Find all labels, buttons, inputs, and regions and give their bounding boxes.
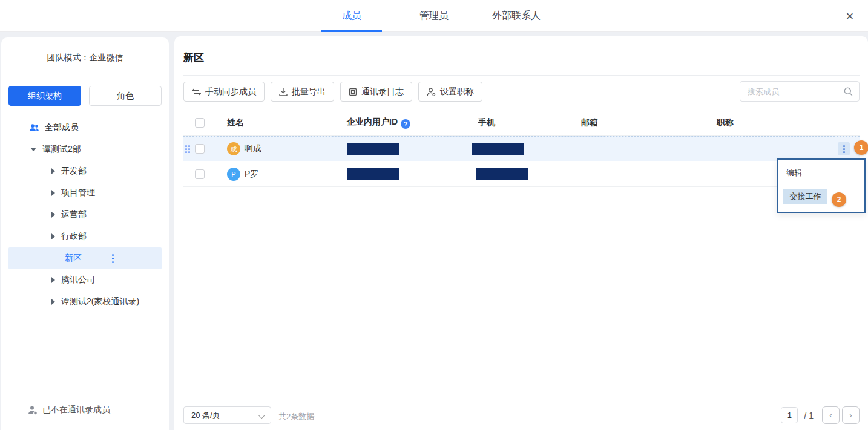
member-name: 啊成 bbox=[245, 143, 261, 154]
drag-handle-icon[interactable] bbox=[185, 145, 190, 153]
roles-button[interactable]: 角色 bbox=[89, 86, 162, 106]
close-icon[interactable]: × bbox=[841, 8, 858, 25]
tree-item-label: 运营部 bbox=[61, 209, 87, 220]
tree-item-dept-root[interactable]: 谭测试2部 bbox=[1, 138, 169, 160]
tree-item-label: 全部成员 bbox=[45, 122, 79, 133]
redacted-user-id bbox=[347, 143, 399, 155]
org-structure-button[interactable]: 组织架构 bbox=[8, 86, 81, 106]
person-removed-icon bbox=[28, 406, 38, 415]
member-management-screen: 成员 管理员 外部联系人 × 团队模式：企业微信 组织架构 角色 全部成员 谭测… bbox=[0, 0, 868, 430]
prev-page-button[interactable]: ‹ bbox=[822, 406, 840, 424]
tree-item-label: 开发部 bbox=[61, 166, 87, 177]
pager: / 1 ‹ › bbox=[781, 406, 860, 424]
search-box bbox=[740, 81, 860, 102]
tree-item-label: 项目管理 bbox=[61, 187, 95, 198]
tree-item-label: 谭测试2部 bbox=[42, 144, 81, 155]
set-job-title-button[interactable]: 设置职称 bbox=[418, 82, 482, 102]
search-input[interactable] bbox=[748, 82, 838, 101]
chevron-right-icon[interactable] bbox=[51, 168, 55, 174]
redacted-phone bbox=[472, 143, 524, 155]
chevron-right-icon[interactable] bbox=[51, 190, 55, 196]
top-tab-bar: 成员 管理员 外部联系人 × bbox=[0, 0, 868, 32]
tree-item-tencent[interactable]: 腾讯公司 bbox=[1, 269, 169, 291]
person-settings-icon bbox=[427, 88, 436, 96]
tree-item-dev-dept[interactable]: 开发部 bbox=[1, 160, 169, 182]
page-number-input[interactable] bbox=[781, 407, 798, 423]
tab-admins[interactable]: 管理员 bbox=[393, 0, 475, 32]
chevron-right-icon[interactable] bbox=[51, 277, 55, 283]
team-mode-label: 团队模式：企业微信 bbox=[1, 37, 169, 64]
tree-item-label: 新区 bbox=[65, 253, 82, 264]
select-all-checkbox[interactable] bbox=[195, 118, 205, 128]
next-page-button[interactable]: › bbox=[842, 406, 860, 424]
tab-members[interactable]: 成员 bbox=[311, 0, 393, 32]
tree-item-label: 腾讯公司 bbox=[61, 275, 95, 285]
column-header-jobtitle: 职称 bbox=[717, 117, 830, 128]
row-checkbox[interactable] bbox=[195, 169, 205, 179]
row-context-menu: 编辑 交接工作 bbox=[777, 158, 866, 213]
redacted-phone bbox=[476, 168, 528, 180]
log-document-icon bbox=[349, 88, 357, 96]
menu-item-edit[interactable]: 编辑 bbox=[778, 160, 864, 178]
table-header-row: 姓名 企业内用户ID? 手机 邮箱 职称 bbox=[183, 109, 860, 136]
search-icon[interactable] bbox=[844, 87, 853, 96]
table-row[interactable]: 成 啊成 bbox=[183, 136, 860, 161]
manual-sync-button[interactable]: 手动同步成员 bbox=[183, 82, 265, 102]
redacted-user-id bbox=[347, 168, 399, 180]
help-icon[interactable]: ? bbox=[401, 119, 410, 129]
row-actions-menu-icon[interactable] bbox=[838, 142, 850, 155]
batch-export-button[interactable]: 批量导出 bbox=[271, 82, 334, 102]
chevron-right-icon[interactable] bbox=[51, 212, 55, 218]
tree-item-new-district[interactable]: 新区 bbox=[8, 247, 162, 269]
column-header-userid: 企业内用户ID? bbox=[347, 117, 478, 129]
tab-external-contacts[interactable]: 外部联系人 bbox=[475, 0, 557, 32]
column-header-email: 邮箱 bbox=[581, 117, 717, 128]
tree-item-project-mgmt[interactable]: 项目管理 bbox=[1, 182, 169, 204]
contacts-log-button[interactable]: 通讯录日志 bbox=[340, 82, 412, 102]
sync-arrows-icon bbox=[192, 88, 201, 96]
total-count-label: 共2条数据 bbox=[278, 411, 314, 422]
title-divider bbox=[183, 75, 860, 76]
members-icon bbox=[29, 123, 39, 132]
menu-item-handover[interactable]: 交接工作 bbox=[783, 189, 827, 204]
tree-item-ops-dept[interactable]: 运营部 bbox=[1, 204, 169, 226]
org-tree: 全部成员 谭测试2部 开发部 项目管理 运营部 行政部 bbox=[1, 117, 169, 313]
download-icon bbox=[279, 88, 288, 96]
avatar: P bbox=[227, 168, 240, 181]
tree-item-all-members[interactable]: 全部成员 bbox=[1, 117, 169, 138]
removed-members-label: 已不在通讯录成员 bbox=[42, 405, 110, 415]
chevron-down-icon[interactable] bbox=[30, 148, 36, 151]
chevron-down-icon bbox=[258, 412, 265, 419]
removed-members-link[interactable]: 已不在通讯录成员 bbox=[1, 405, 169, 415]
avatar: 成 bbox=[227, 142, 240, 155]
chevron-right-icon[interactable] bbox=[51, 299, 55, 305]
sidebar: 团队模式：企业微信 组织架构 角色 全部成员 谭测试2部 开发部 项目管理 bbox=[1, 37, 169, 430]
member-name: P罗 bbox=[245, 169, 258, 180]
column-header-name: 姓名 bbox=[227, 117, 347, 128]
page-size-select[interactable]: 20 条/页 bbox=[183, 406, 271, 424]
tree-item-label: 谭测试2(家校通讯录) bbox=[61, 296, 139, 307]
tree-item-label: 行政部 bbox=[61, 231, 87, 242]
chevron-right-icon[interactable] bbox=[51, 233, 55, 239]
page-title: 新区 bbox=[183, 51, 204, 65]
table-row[interactable]: P P罗 bbox=[183, 161, 860, 187]
row-checkbox[interactable] bbox=[195, 144, 205, 154]
annotation-step-1-badge: 1 bbox=[854, 140, 868, 155]
main-panel: 新区 手动同步成员 批量导出 通讯录日志 设置职称 bbox=[174, 36, 868, 430]
annotation-step-2-badge: 2 bbox=[832, 192, 846, 207]
members-table: 姓名 企业内用户ID? 手机 邮箱 职称 成 啊成 bbox=[183, 109, 860, 187]
tree-item-school-contacts[interactable]: 谭测试2(家校通讯录) bbox=[1, 291, 169, 313]
toolbar: 手动同步成员 批量导出 通讯录日志 设置职称 bbox=[183, 82, 482, 102]
column-header-phone: 手机 bbox=[478, 117, 581, 128]
tab-group: 成员 管理员 外部联系人 bbox=[311, 0, 557, 32]
more-options-icon[interactable] bbox=[112, 254, 114, 263]
tree-item-admin-dept[interactable]: 行政部 bbox=[1, 226, 169, 247]
total-pages-label: / 1 bbox=[804, 411, 814, 420]
